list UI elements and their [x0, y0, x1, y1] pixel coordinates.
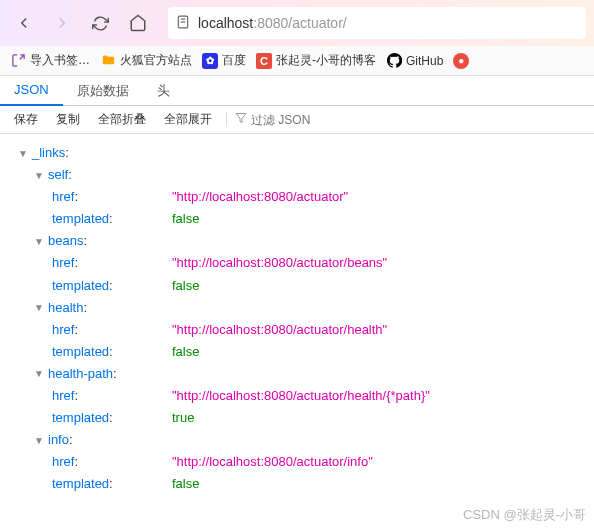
filter-input[interactable] [251, 113, 331, 127]
baidu-label: 百度 [222, 52, 246, 69]
json-string: "http://localhost:8080/actuator/info" [172, 451, 373, 473]
json-bool: false [172, 208, 199, 230]
json-node[interactable]: ▼health: [4, 297, 590, 319]
json-viewer: ▼ _links: ▼self:href:"http://localhost:8… [0, 134, 594, 504]
folder-label: 火狐官方站点 [120, 52, 192, 69]
home-button[interactable] [122, 7, 154, 39]
json-key: templated [52, 476, 109, 491]
twisty-icon[interactable]: ▼ [32, 433, 46, 447]
tab-json[interactable]: JSON [0, 75, 63, 106]
json-key: beans [48, 230, 83, 252]
json-string: "http://localhost:8080/actuator/beans" [172, 252, 387, 274]
json-key: templated [52, 211, 109, 226]
csdn-icon: C [256, 53, 272, 69]
bookmark-baidu[interactable]: ✿ 百度 [202, 52, 246, 69]
reload-button[interactable] [84, 7, 116, 39]
url-host: localhost:8080/actuator/ [198, 15, 347, 31]
page-icon [176, 15, 190, 32]
json-string: "http://localhost:8080/actuator/health" [172, 319, 387, 341]
bookmark-folder[interactable]: 火狐官方站点 [100, 52, 192, 69]
back-button[interactable] [8, 7, 40, 39]
json-key: health [48, 297, 83, 319]
copy-button[interactable]: 复制 [48, 107, 88, 132]
baidu-icon: ✿ [202, 53, 218, 69]
json-node[interactable]: ▼beans: [4, 230, 590, 252]
more-icon: ● [453, 53, 469, 69]
twisty-icon[interactable]: ▼ [32, 234, 46, 248]
json-key: templated [52, 410, 109, 425]
json-node[interactable]: ▼self: [4, 164, 590, 186]
twisty-icon[interactable]: ▼ [32, 301, 46, 315]
json-string: "http://localhost:8080/actuator/health/{… [172, 385, 430, 407]
collapse-all-button[interactable]: 全部折叠 [90, 107, 154, 132]
twisty-icon[interactable]: ▼ [32, 367, 46, 381]
json-leaf: templated:false [4, 341, 590, 363]
filter-box[interactable] [226, 112, 331, 127]
save-button[interactable]: 保存 [6, 107, 46, 132]
import-label: 导入书签… [30, 52, 90, 69]
tab-headers[interactable]: 头 [143, 75, 184, 107]
json-leaf: templated:false [4, 275, 590, 297]
expand-all-button[interactable]: 全部展开 [156, 107, 220, 132]
json-key: href [52, 255, 74, 270]
json-node[interactable]: ▼ _links: [4, 142, 590, 164]
json-bool: false [172, 473, 199, 495]
json-key: templated [52, 344, 109, 359]
forward-button[interactable] [46, 7, 78, 39]
json-leaf: href:"http://localhost:8080/actuator/hea… [4, 385, 590, 407]
viewer-tabs: JSON 原始数据 头 [0, 76, 594, 106]
viewer-toolbar: 保存 复制 全部折叠 全部展开 [0, 106, 594, 134]
json-bool: true [172, 407, 194, 429]
tab-raw[interactable]: 原始数据 [63, 75, 143, 107]
bookmark-blog[interactable]: C 张起灵-小哥的博客 [256, 52, 376, 69]
json-key: templated [52, 278, 109, 293]
json-leaf: templated:true [4, 407, 590, 429]
url-bar[interactable]: localhost:8080/actuator/ [168, 7, 586, 39]
watermark: CSDN @张起灵-小哥 [463, 506, 586, 524]
twisty-icon[interactable]: ▼ [32, 168, 46, 182]
folder-icon [100, 53, 116, 69]
browser-navbar: localhost:8080/actuator/ [0, 0, 594, 46]
funnel-icon [235, 112, 247, 127]
json-key: href [52, 189, 74, 204]
json-node[interactable]: ▼info: [4, 429, 590, 451]
json-key: href [52, 454, 74, 469]
github-label: GitHub [406, 54, 443, 68]
twisty-icon[interactable]: ▼ [16, 146, 30, 160]
json-leaf: href:"http://localhost:8080/actuator/inf… [4, 451, 590, 473]
json-key: self [48, 164, 68, 186]
bookmarks-bar: 导入书签… 火狐官方站点 ✿ 百度 C 张起灵-小哥的博客 GitHub ● [0, 46, 594, 76]
json-bool: false [172, 275, 199, 297]
bookmark-more[interactable]: ● [453, 53, 469, 69]
json-leaf: templated:false [4, 473, 590, 495]
json-node[interactable]: ▼health-path: [4, 363, 590, 385]
import-icon [10, 53, 26, 69]
bookmark-github[interactable]: GitHub [386, 53, 443, 69]
json-leaf: href:"http://localhost:8080/actuator/bea… [4, 252, 590, 274]
json-key: info [48, 429, 69, 451]
json-leaf: templated:false [4, 208, 590, 230]
json-leaf: href:"http://localhost:8080/actuator/hea… [4, 319, 590, 341]
json-key: health-path [48, 363, 113, 385]
json-string: "http://localhost:8080/actuator" [172, 186, 348, 208]
blog-label: 张起灵-小哥的博客 [276, 52, 376, 69]
import-bookmarks[interactable]: 导入书签… [10, 52, 90, 69]
json-leaf: href:"http://localhost:8080/actuator" [4, 186, 590, 208]
json-key: href [52, 322, 74, 337]
json-bool: false [172, 341, 199, 363]
json-key: _links [32, 142, 65, 164]
github-icon [386, 53, 402, 69]
json-key: href [52, 388, 74, 403]
